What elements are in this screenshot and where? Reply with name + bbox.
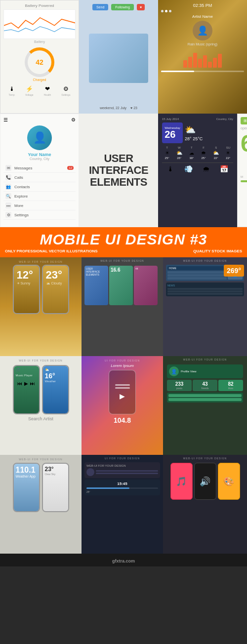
bottom-cell-1: WEB-UI FOR YOUR DESIGN 12° ☀ Sunny 23° ⛅… — [0, 257, 82, 356]
mini-screen-3: 44 — [134, 266, 158, 305]
bc9-phones: 🎵 🔊 🎨 — [165, 461, 245, 501]
menu-item-settings: ⚙ Settings — [3, 210, 76, 220]
day-icon-5: ⛅ — [213, 150, 219, 156]
bc6-profile-card: 👤 Profile View — [167, 364, 243, 378]
battery-circle: 42 — [25, 47, 54, 77]
bc8-stats-screen: 15:45 25° — [84, 480, 160, 495]
music-bar-8 — [218, 54, 222, 68]
enum-category-labels: money time energy — [241, 170, 247, 173]
bc7-screen-1: 110.1 Weather App — [14, 464, 39, 511]
weather-temp-col: ⛅ 28° 25°C — [185, 124, 203, 141]
weather-icon-ph: ☀ Sunny — [17, 282, 36, 285]
cell-enum: ⊞ ENUMERATOR operation time 6 15 HOURS m… — [237, 114, 247, 227]
bc6-stat-row: 233 posts 43 friends 82 likes — [167, 380, 243, 391]
music-progress-fill — [161, 71, 194, 72]
music-bar-4 — [198, 59, 202, 68]
wind-icon: 💨 — [184, 165, 193, 173]
profile-settings-icon: ☰ — [3, 117, 8, 122]
day-icon-4: 🌧 — [201, 150, 206, 156]
bc4-screen-2: ⛅ 16° Weather — [43, 366, 68, 413]
bc4-phone-1: 🎵 Music Player ⏮ ▶ ⏭ — [13, 365, 40, 414]
top-collage: Battery Powered Battery 42 Charged 🌡 Tem… — [0, 0, 247, 227]
bc7-screen-2: 23° Clear Sky — [43, 464, 68, 511]
charged-label: Charged — [3, 78, 76, 81]
bc2-phone-grid: USER INTERFACE ELEMENTS 16.6 44 — [83, 265, 161, 306]
battery-title: Battery Powered — [3, 3, 76, 8]
bc9-phone-dark: 🔊 — [194, 463, 216, 500]
thermometer-icon: 🌡 — [167, 165, 174, 173]
bc4-phone-2: ⛅ 16° Weather — [42, 365, 69, 414]
bc4-screen-1: 🎵 Music Player ⏮ ▶ ⏭ — [14, 366, 39, 413]
weather-bottom-icons: 🌡 💨 🌧 📅 — [162, 165, 233, 173]
music-progress-bar — [161, 71, 244, 72]
enum-header: ⊞ ENUMERATOR — [241, 117, 247, 124]
weather-day-W: W ⛅ 28° — [176, 146, 182, 160]
bc6-content: 👤 Profile View 233 posts 43 friends 82 l… — [165, 362, 245, 404]
enum-slider — [241, 180, 247, 182]
enum-slider-fill — [241, 180, 247, 182]
music-bars — [161, 48, 244, 68]
menu-item-messages: ✉ Messages 12 — [3, 163, 76, 173]
top-row2: ☰ ⚙ 👤 Your Name Country, City ✉ Messages… — [0, 114, 247, 227]
profile-header: ☰ ⚙ — [3, 117, 76, 122]
watermark-text: gfxtra.com — [112, 559, 135, 564]
message-icon: ✉ — [5, 165, 11, 171]
play-prev-icon: ⏮ — [17, 381, 22, 386]
bc6-buttons — [167, 393, 243, 402]
bat-icon-settings: ⚙ Settings — [61, 85, 70, 96]
cell-weather: 15 July 2014 Country, City Wednesday 26 … — [158, 114, 237, 227]
enum-slider-wrap: 60% — [241, 180, 247, 188]
heart-button: ♥ — [137, 4, 145, 10]
bottom-cell-2: WEB-UI FOR YOUR DESIGN USER INTERFACE EL… — [82, 257, 163, 356]
bottom-cell-6: WEB-UI FOR YOUR DESIGN 👤 Profile View 23… — [163, 356, 247, 455]
weather-day-T2: T ☁ 30° — [189, 146, 194, 160]
day-icon-2: ⛅ — [176, 150, 182, 156]
messages-badge: 12 — [67, 166, 74, 170]
bc8-app-screen: WEB-UI FOR YOUR DESIGN — [84, 462, 160, 478]
music-avatar: 👤 — [193, 21, 212, 40]
music-song: Rain Music (spring) — [161, 42, 244, 46]
phone-screen-1: 12° ☀ Sunny — [14, 266, 39, 313]
top-row1: Battery Powered Battery 42 Charged 🌡 Tem… — [0, 0, 247, 114]
bc9-phone-yellow: 🎨 — [218, 463, 240, 500]
bc3-number-badge: 269° — [224, 265, 244, 277]
music-bar-7 — [213, 58, 217, 68]
lorem-ipsum: Lorem Ipsum — [111, 363, 134, 368]
dot-2 — [165, 10, 167, 12]
profile-name: Your Name — [3, 152, 76, 157]
weather-icon-ph2: ⛅ Cloudy — [46, 282, 65, 285]
watermark-bar: gfxtra.com — [0, 554, 247, 566]
title-sub-row: ONLY PROFESSIONAL VECTOR ILLUSTRATIONS Q… — [0, 249, 247, 253]
profile-avatar: 👤 — [27, 125, 52, 150]
bc7-label: WEB-UI FOR YOUR DESIGN — [3, 458, 79, 461]
bottom-cell-7: WEB-UI FOR YOUR DESIGN 110.1 Weather App… — [0, 455, 82, 554]
cell-ui-text: USER INTERFACE ELEMENTS — [79, 114, 158, 227]
contacts-icon: 👥 — [5, 184, 11, 190]
day-icon-1: ☀ — [165, 150, 169, 156]
title-sub-right: QUALITY STOCK IMAGES — [193, 249, 242, 253]
calendar-icon: 📅 — [220, 165, 228, 173]
phone-frame-1: 12° ☀ Sunny — [13, 265, 40, 314]
bc4-label: WEB-UI FOR YOUR DESIGN — [3, 359, 79, 362]
bat-icon-health: ❤ Health — [44, 85, 51, 96]
more-icon: ••• — [5, 202, 11, 208]
weather-date-box: Wednesday 26 — [162, 122, 183, 143]
weather-location-row: 15 July 2014 Country, City — [162, 118, 233, 121]
profile-city: Country, City — [3, 157, 76, 161]
battery-icons-row: 🌡 Temp ⚡ Voltage ❤ Health ⚙ Settings — [3, 85, 76, 96]
mini-screen-2: 16.6 — [109, 266, 133, 305]
dot-3 — [169, 10, 171, 12]
battery-subtitle: Battery — [3, 40, 76, 43]
bat-icon-temp: 🌡 Temp — [9, 85, 15, 96]
bottom-cell-4: WEB-UI FOR YOUR DESIGN 🎵 Music Player ⏮ … — [0, 356, 82, 455]
music-avatar-icon: 👤 — [197, 25, 208, 36]
profile-menu: ✉ Messages 12 📞 Calls 👥 Contacts 🔍 Explo… — [3, 163, 76, 220]
mini-screen-1: USER INTERFACE ELEMENTS — [84, 266, 108, 305]
bc4-phones: 🎵 Music Player ⏮ ▶ ⏭ ⛅ 16° Weather — [3, 365, 79, 414]
enum-subtitle: operation time — [241, 126, 247, 130]
weather-day-T1: T ☀ 25° — [165, 146, 169, 160]
dot-1 — [161, 10, 164, 12]
bc1-label: WEB-UI FOR YOUR DESIGN — [3, 260, 79, 263]
music-bar-2 — [188, 57, 192, 68]
bc6-avatar: 👤 — [169, 366, 179, 376]
